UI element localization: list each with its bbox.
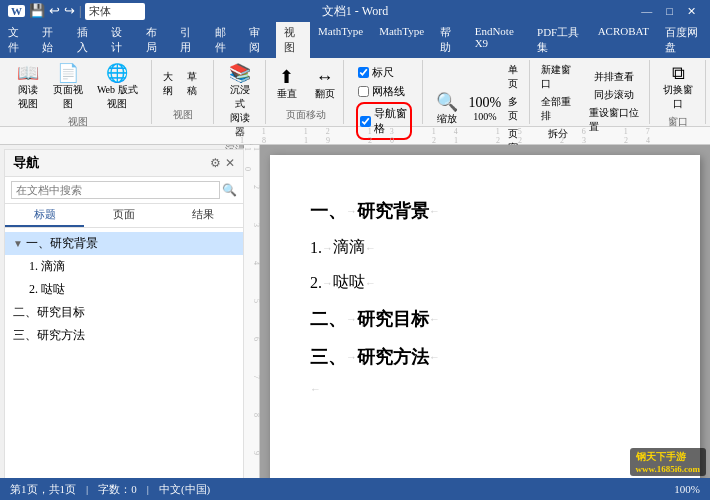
doc-line-2: 1. → 滴滴 ← (310, 237, 660, 258)
gridlines-checkbox-label[interactable]: 网格线 (356, 83, 412, 100)
doc-pilcrow-5: ← (429, 351, 440, 363)
page-view-label: 页面视图 (52, 83, 83, 111)
status-bar: 第1页，共1页 | 字数：0 | 中文(中国) 100% (0, 478, 710, 500)
sync-scroll-button[interactable]: 同步滚动 (586, 87, 642, 103)
tab-file[interactable]: 文件 (0, 22, 34, 58)
close-button[interactable]: ✕ (681, 5, 702, 18)
page-view-button[interactable]: 📄 页面视图 (48, 62, 87, 113)
tab-mathtype2[interactable]: MathType (371, 22, 432, 58)
tab-references[interactable]: 引用 (172, 22, 206, 58)
tab-baidu[interactable]: 百度网盘 (657, 22, 710, 58)
zoom-button[interactable]: 🔍 缩放 (429, 91, 465, 128)
ribbon-group-zoom: 🔍 缩放 100% 100% 单页 多页 页宽 缩放 (425, 60, 530, 124)
minimize-button[interactable]: — (635, 5, 658, 18)
tab-acrobat[interactable]: ACROBAT (590, 22, 657, 58)
web-view-button[interactable]: 🌐 Web 版式视图 (89, 62, 145, 113)
maximize-button[interactable]: □ (660, 5, 679, 18)
nav-header: 导航 ⚙ ✕ (5, 150, 243, 177)
doc-line-1: 一、 → 研究背景 ← (310, 199, 660, 223)
side-by-side-button[interactable]: 并排查看 (586, 69, 642, 85)
nav-item-label-dada: 2. 哒哒 (29, 281, 65, 298)
doc-line-4: 二、 → 研究目标 ← (310, 307, 660, 331)
arrange-all-button[interactable]: 全部重排 (538, 94, 577, 124)
zoom-100-button[interactable]: 100% 100% (467, 94, 503, 124)
vertical-ruler: 1 2 3 4 5 6 7 8 9 10 (244, 145, 260, 500)
switch-window-button[interactable]: ⧉ 切换窗口 (658, 62, 699, 113)
nav-item-yanjiufangfa[interactable]: 三、研究方法 (5, 324, 243, 347)
switch-label: 切换窗口 (662, 83, 695, 111)
ribbon-group-show: 标尺 网格线 导航窗格 显示 (346, 60, 423, 124)
tab-design[interactable]: 设计 (103, 22, 137, 58)
tab-mailings[interactable]: 邮件 (207, 22, 241, 58)
nav-tab-headings[interactable]: 标题 (5, 204, 84, 227)
nav-tab-pages[interactable]: 页面 (84, 204, 163, 227)
ruler-label: 标尺 (372, 65, 394, 80)
main-area: 导航 ⚙ ✕ 🔍 标题 页面 结果 ▼ 一、研究背景 1. 滴滴 (0, 145, 710, 500)
vertical-button[interactable]: ⬆ 垂直 (269, 66, 305, 103)
doc-arrow-2: → (322, 242, 333, 254)
ruler-marks: 1 2 3 4 5 6 7 8 9 10 11 12 13 14 15 16 1… (240, 127, 710, 145)
draft-button[interactable]: 草稿 (184, 69, 206, 99)
nav-tab-results[interactable]: 结果 (164, 204, 243, 227)
quick-redo[interactable]: ↪ (64, 3, 75, 19)
tab-layout[interactable]: 布局 (138, 22, 172, 58)
views-group-label: 视图 (68, 113, 88, 129)
views-items: 📖 阅读视图 📄 页面视图 🌐 Web 版式视图 (10, 62, 145, 113)
nav-search-icon[interactable]: 🔍 (222, 183, 237, 198)
toolbar-separator: | (79, 4, 81, 19)
tab-home[interactable]: 开始 (34, 22, 68, 58)
tab-endnote[interactable]: EndNote X9 (467, 22, 529, 58)
zoom-icon: 🔍 (436, 93, 458, 111)
ribbon-group-switch: ⧉ 切换窗口 窗口 (652, 60, 706, 124)
immersive-icon: 📚 (229, 64, 251, 82)
vertical-label: 垂直 (277, 87, 297, 101)
doc-arrow-3: → (322, 277, 333, 289)
doc-pilcrow-4: ← (429, 313, 440, 325)
flip-button[interactable]: ↔ 翻页 (307, 66, 343, 103)
ruler-checkbox-label[interactable]: 标尺 (356, 64, 412, 81)
quick-undo[interactable]: ↩ (49, 3, 60, 19)
zoom-status: 100% (674, 483, 700, 495)
doc-pilcrow-1: ← (429, 205, 440, 217)
multi-page-button[interactable]: 多页 (505, 94, 526, 124)
nav-search-input[interactable] (11, 181, 220, 199)
vertical-icon: ⬆ (279, 68, 294, 86)
flip-label: 翻页 (315, 87, 335, 101)
navpane-checkbox[interactable] (360, 116, 371, 127)
watermark: 钢天下手游 www.1685i6.com (630, 448, 707, 476)
nav-tab-bar: 标题 页面 结果 (5, 204, 243, 228)
doc-sub-text-2: 滴滴 (333, 237, 365, 258)
nav-item-yanjiubeijing[interactable]: ▼ 一、研究背景 (5, 232, 243, 255)
tab-insert[interactable]: 插入 (69, 22, 103, 58)
nav-item-didi[interactable]: 1. 滴滴 (5, 255, 243, 278)
navigation-panel: 导航 ⚙ ✕ 🔍 标题 页面 结果 ▼ 一、研究背景 1. 滴滴 (4, 149, 244, 500)
document-area[interactable]: 一、 → 研究背景 ← 1. → 滴滴 ← 2. → 哒哒 ← 二、 → 研究目… (260, 145, 710, 500)
ribbon-tab-bar: 文件 开始 插入 设计 布局 引用 邮件 审阅 视图 MathType Math… (0, 22, 710, 58)
tab-pdf[interactable]: PDF工具集 (529, 22, 590, 58)
tab-review[interactable]: 审阅 (241, 22, 275, 58)
tab-view[interactable]: 视图 (276, 22, 310, 58)
font-selector[interactable]: 宋体 (85, 3, 145, 20)
zoom-100-label: 100% (473, 111, 496, 122)
nav-item-yanjiumubia[interactable]: 二、研究目标 (5, 301, 243, 324)
ruler-checkbox[interactable] (358, 67, 369, 78)
tab-help[interactable]: 帮助 (432, 22, 466, 58)
title-bar: W 💾 ↩ ↪ | 宋体 文档1 - Word — □ ✕ (0, 0, 710, 22)
new-window-button[interactable]: 新建窗口 (538, 62, 577, 92)
nav-item-label-ff: 三、研究方法 (13, 327, 85, 344)
read-view-button[interactable]: 📖 阅读视图 (10, 62, 46, 113)
single-page-button[interactable]: 单页 (505, 62, 526, 92)
nav-options-button[interactable]: ⚙ (210, 156, 221, 171)
gridlines-checkbox[interactable] (358, 86, 369, 97)
outline-button[interactable]: 大纲 (160, 69, 182, 99)
nav-search-area: 🔍 (5, 177, 243, 204)
zoom-label: 缩放 (437, 112, 457, 126)
nav-close-button[interactable]: ✕ (225, 156, 235, 171)
doc-heading-prefix-4: 二、 (310, 307, 346, 331)
read-view-icon: 📖 (17, 64, 39, 82)
doc-heading-prefix-5: 三、 (310, 345, 346, 369)
nav-item-dada[interactable]: 2. 哒哒 (5, 278, 243, 301)
tab-mathtype1[interactable]: MathType (310, 22, 371, 58)
quick-save[interactable]: 💾 (29, 3, 45, 19)
read-view-label: 阅读视图 (18, 83, 38, 111)
